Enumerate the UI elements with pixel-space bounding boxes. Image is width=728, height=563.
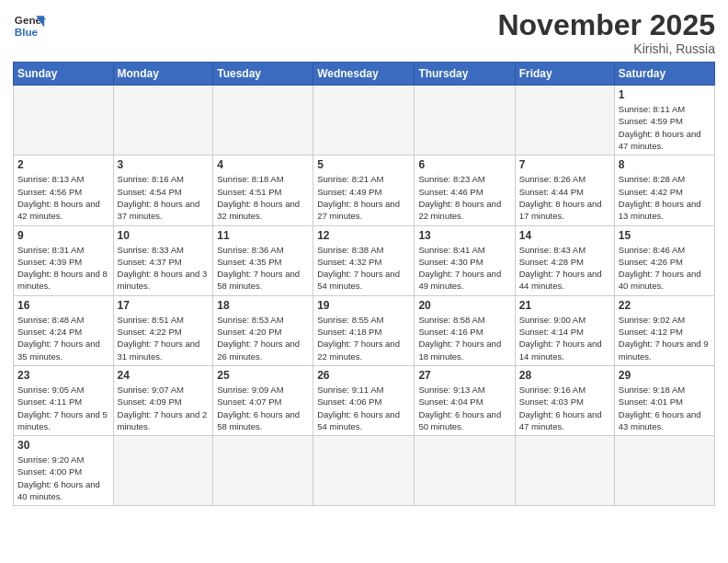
day-info: Sunrise: 8:16 AMSunset: 4:54 PMDaylight:… (118, 173, 210, 222)
month-title: November 2025 (497, 9, 715, 41)
day-30: 30 Sunrise: 9:20 AMSunset: 4:00 PMDaylig… (14, 436, 114, 506)
day-number: 16 (17, 299, 109, 312)
day-info: Sunrise: 8:23 AMSunset: 4:46 PMDaylight:… (418, 173, 510, 222)
empty-cell (415, 86, 515, 155)
day-7: 7 Sunrise: 8:26 AMSunset: 4:44 PMDayligh… (515, 155, 614, 225)
day-21: 21 Sunrise: 9:00 AMSunset: 4:14 PMDaylig… (515, 295, 614, 365)
day-13: 13 Sunrise: 8:41 AMSunset: 4:30 PMDaylig… (415, 225, 515, 295)
day-info: Sunrise: 8:13 AMSunset: 4:56 PMDaylight:… (17, 173, 109, 222)
location: Kirishi, Russia (497, 41, 715, 56)
day-number: 5 (317, 158, 410, 171)
day-3: 3 Sunrise: 8:16 AMSunset: 4:54 PMDayligh… (113, 155, 213, 225)
table-row: 2 Sunrise: 8:13 AMSunset: 4:56 PMDayligh… (14, 155, 715, 225)
empty-cell (313, 86, 415, 155)
day-number: 23 (17, 369, 109, 382)
day-24: 24 Sunrise: 9:07 AMSunset: 4:09 PMDaylig… (113, 365, 213, 435)
header-wednesday: Wednesday (313, 63, 415, 86)
day-info: Sunrise: 9:00 AMSunset: 4:14 PMDaylight:… (519, 314, 610, 362)
header: General Blue November 2025 Kirishi, Russ… (13, 9, 715, 56)
daylight: 8 hours and 47 minutes. (619, 129, 701, 151)
day-25: 25 Sunrise: 9:09 AMSunset: 4:07 PMDaylig… (213, 365, 313, 435)
day-number: 12 (317, 229, 410, 242)
day-info: Sunrise: 8:11 AM Sunset: 4:59 PM Dayligh… (619, 103, 711, 152)
day-info: Sunrise: 8:46 AMSunset: 4:26 PMDaylight:… (619, 244, 711, 293)
day-info: Sunrise: 8:21 AMSunset: 4:49 PMDaylight:… (317, 173, 410, 222)
day-number: 11 (217, 229, 309, 242)
day-number: 2 (17, 158, 109, 171)
day-info: Sunrise: 8:43 AMSunset: 4:28 PMDaylight:… (519, 244, 610, 293)
day-number: 1 (619, 88, 711, 101)
weekday-header-row: Sunday Monday Tuesday Wednesday Thursday… (14, 63, 715, 86)
sunrise: 8:11 AM (653, 104, 685, 114)
header-thursday: Thursday (415, 63, 515, 86)
empty-cell (213, 436, 313, 506)
day-info: Sunrise: 8:18 AMSunset: 4:51 PMDaylight:… (217, 173, 309, 222)
day-info: Sunrise: 9:16 AMSunset: 4:03 PMDaylight:… (519, 384, 610, 432)
empty-cell (515, 86, 614, 155)
day-2: 2 Sunrise: 8:13 AMSunset: 4:56 PMDayligh… (14, 155, 114, 225)
day-info: Sunrise: 8:48 AMSunset: 4:24 PMDaylight:… (17, 314, 109, 362)
sunset: 4:59 PM (651, 116, 683, 126)
day-5: 5 Sunrise: 8:21 AMSunset: 4:49 PMDayligh… (313, 155, 415, 225)
day-number: 29 (619, 369, 711, 382)
day-number: 15 (619, 229, 711, 242)
day-info: Sunrise: 8:26 AMSunset: 4:44 PMDaylight:… (519, 173, 610, 222)
day-26: 26 Sunrise: 9:11 AMSunset: 4:06 PMDaylig… (313, 365, 415, 435)
day-info: Sunrise: 8:53 AMSunset: 4:20 PMDaylight:… (217, 314, 309, 362)
day-info: Sunrise: 9:11 AMSunset: 4:06 PMDaylight:… (317, 384, 410, 432)
day-number: 17 (118, 299, 210, 312)
svg-text:Blue: Blue (15, 26, 39, 38)
day-info: Sunrise: 9:18 AMSunset: 4:01 PMDaylight:… (619, 384, 711, 432)
day-10: 10 Sunrise: 8:33 AMSunset: 4:37 PMDaylig… (113, 225, 213, 295)
header-monday: Monday (113, 63, 213, 86)
day-info: Sunrise: 9:02 AMSunset: 4:12 PMDaylight:… (619, 314, 711, 362)
calendar-page: General Blue November 2025 Kirishi, Russ… (0, 0, 728, 563)
header-tuesday: Tuesday (213, 63, 313, 86)
header-saturday: Saturday (614, 63, 714, 86)
day-number: 20 (418, 299, 510, 312)
table-row: 16 Sunrise: 8:48 AMSunset: 4:24 PMDaylig… (14, 295, 715, 365)
day-19: 19 Sunrise: 8:55 AMSunset: 4:18 PMDaylig… (313, 295, 415, 365)
header-friday: Friday (515, 63, 614, 86)
day-number: 26 (317, 369, 410, 382)
table-row: 1 Sunrise: 8:11 AM Sunset: 4:59 PM Dayli… (14, 86, 715, 155)
general-blue-logo-icon: General Blue (13, 9, 46, 42)
table-row: 9 Sunrise: 8:31 AMSunset: 4:39 PMDayligh… (14, 225, 715, 295)
empty-cell (515, 436, 614, 506)
day-info: Sunrise: 9:07 AMSunset: 4:09 PMDaylight:… (118, 384, 210, 432)
header-sunday: Sunday (14, 63, 114, 86)
day-18: 18 Sunrise: 8:53 AMSunset: 4:20 PMDaylig… (213, 295, 313, 365)
day-info: Sunrise: 8:51 AMSunset: 4:22 PMDaylight:… (118, 314, 210, 362)
day-info: Sunrise: 9:20 AMSunset: 4:00 PMDaylight:… (17, 454, 109, 502)
day-number: 25 (217, 369, 309, 382)
day-number: 27 (418, 369, 510, 382)
day-1: 1 Sunrise: 8:11 AM Sunset: 4:59 PM Dayli… (614, 86, 714, 155)
day-number: 4 (217, 158, 309, 171)
day-27: 27 Sunrise: 9:13 AMSunset: 4:04 PMDaylig… (415, 365, 515, 435)
day-23: 23 Sunrise: 9:05 AMSunset: 4:11 PMDaylig… (14, 365, 114, 435)
empty-cell (415, 436, 515, 506)
day-12: 12 Sunrise: 8:38 AMSunset: 4:32 PMDaylig… (313, 225, 415, 295)
day-28: 28 Sunrise: 9:16 AMSunset: 4:03 PMDaylig… (515, 365, 614, 435)
day-number: 6 (418, 158, 510, 171)
day-number: 28 (519, 369, 610, 382)
day-number: 24 (118, 369, 210, 382)
day-number: 21 (519, 299, 610, 312)
empty-cell (614, 436, 714, 506)
day-info: Sunrise: 8:41 AMSunset: 4:30 PMDaylight:… (418, 244, 510, 293)
day-info: Sunrise: 8:58 AMSunset: 4:16 PMDaylight:… (418, 314, 510, 362)
day-29: 29 Sunrise: 9:18 AMSunset: 4:01 PMDaylig… (614, 365, 714, 435)
day-info: Sunrise: 8:28 AMSunset: 4:42 PMDaylight:… (619, 173, 711, 222)
day-22: 22 Sunrise: 9:02 AMSunset: 4:12 PMDaylig… (614, 295, 714, 365)
day-number: 3 (118, 158, 210, 171)
day-14: 14 Sunrise: 8:43 AMSunset: 4:28 PMDaylig… (515, 225, 614, 295)
day-info: Sunrise: 8:55 AMSunset: 4:18 PMDaylight:… (317, 314, 410, 362)
calendar-table: Sunday Monday Tuesday Wednesday Thursday… (13, 62, 715, 506)
table-row: 23 Sunrise: 9:05 AMSunset: 4:11 PMDaylig… (14, 365, 715, 435)
day-info: Sunrise: 9:13 AMSunset: 4:04 PMDaylight:… (418, 384, 510, 432)
day-number: 18 (217, 299, 309, 312)
day-number: 22 (619, 299, 711, 312)
day-16: 16 Sunrise: 8:48 AMSunset: 4:24 PMDaylig… (14, 295, 114, 365)
day-4: 4 Sunrise: 8:18 AMSunset: 4:51 PMDayligh… (213, 155, 313, 225)
day-info: Sunrise: 8:38 AMSunset: 4:32 PMDaylight:… (317, 244, 410, 293)
